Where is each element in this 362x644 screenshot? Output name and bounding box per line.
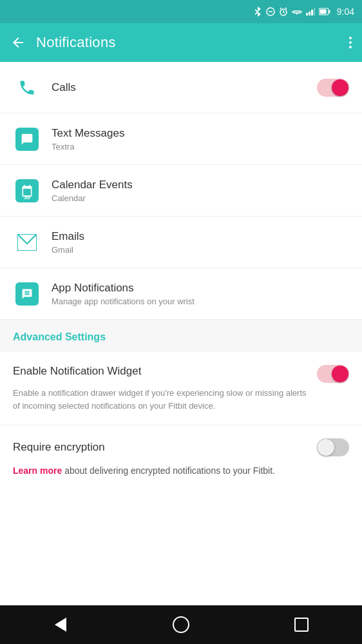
calendar-events-item[interactable]: 30 Calendar Events Calendar [0,165,362,217]
app-notifications-item[interactable]: App Notifications Manage app notificatio… [0,268,362,320]
nav-home-button[interactable] [167,610,195,639]
nav-recents-button[interactable] [287,610,316,639]
emails-subtitle: Gmail [52,245,349,255]
alarm-icon [279,7,288,16]
notification-widget-header: Enable Notification Widget [13,365,349,383]
calls-title: Calls [52,81,309,94]
svg-rect-10 [314,8,315,15]
emails-icon [13,234,41,251]
more-options-button[interactable] [349,37,352,48]
text-messages-item[interactable]: Text Messages Textra [0,113,362,165]
svg-rect-7 [306,13,308,15]
encryption-title: Require encryption [13,441,105,454]
back-button[interactable] [10,35,26,50]
encryption-item: Require encryption Learn more about deli… [0,425,362,491]
calendar-events-title: Calendar Events [52,179,349,191]
svg-rect-13 [319,10,326,14]
app-notifications-title: App Notifications [52,282,349,295]
svg-line-6 [285,8,287,9]
calendar-events-icon: 30 [13,179,41,202]
svg-rect-8 [309,12,310,15]
calendar-events-subtitle: Calendar [52,193,349,203]
calls-item[interactable]: Calls [0,62,362,113]
status-time: 9:04 [337,6,354,17]
text-messages-text: Text Messages Textra [52,127,349,151]
svg-rect-12 [329,10,330,14]
encryption-desc-suffix: about delivering encrypted notifications… [62,465,275,476]
app-bar: Notifications [0,23,362,62]
encryption-row: Require encryption [13,438,349,456]
dnd-icon [266,7,275,16]
status-icons: 9:04 [253,6,354,17]
app-notifications-icon [13,282,41,306]
nav-back-button[interactable] [46,610,75,639]
svg-rect-9 [311,10,313,15]
notification-widget-toggle[interactable] [317,365,349,383]
emails-title: Emails [52,230,349,243]
emails-text: Emails Gmail [52,230,349,255]
bottom-nav [0,605,362,644]
signal-icon [306,8,315,15]
calls-toggle[interactable] [317,79,349,97]
bluetooth-icon [253,6,262,17]
wifi-icon [292,8,302,15]
encryption-desc: Learn more about delivering encrypted no… [13,464,349,478]
app-notifications-subtitle: Manage app notifications on your wrist [52,297,349,306]
notification-widget-title: Enable Notification Widget [13,365,141,378]
emails-item[interactable]: Emails Gmail [0,217,362,268]
calendar-events-text: Calendar Events Calendar [52,179,349,203]
svg-line-4 [283,12,285,13]
text-messages-icon [13,128,41,151]
advanced-settings-title: Advanced Settings [13,331,106,342]
status-bar: 9:04 [0,0,362,23]
advanced-settings-header: Advanced Settings [0,320,362,352]
svg-line-5 [280,8,281,9]
page-title: Notifications [36,34,116,51]
app-notifications-text: App Notifications Manage app notificatio… [52,282,349,306]
notification-widget-item[interactable]: Enable Notification Widget Enable a noti… [0,352,362,425]
calls-text: Calls [52,81,309,94]
battery-icon [319,8,330,15]
notification-widget-desc: Enable a notification drawer widget if y… [13,387,349,412]
content-area: Calls Text Messages Textra [0,62,362,605]
calls-icon [13,79,41,97]
encryption-toggle[interactable] [317,438,349,456]
text-messages-title: Text Messages [52,127,349,140]
text-messages-subtitle: Textra [52,142,349,151]
learn-more-link[interactable]: Learn more [13,465,62,476]
